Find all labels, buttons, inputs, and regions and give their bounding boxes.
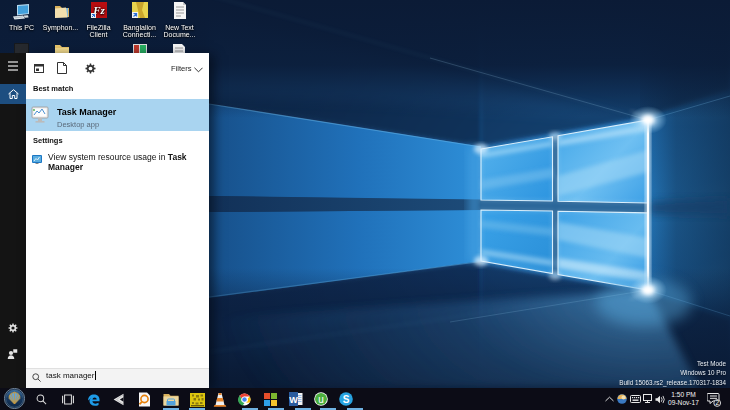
- svg-text:W: W: [289, 395, 298, 405]
- svg-text:09-Nov-17: 09-Nov-17: [668, 399, 699, 406]
- svg-text:1:50 PM: 1:50 PM: [671, 391, 696, 398]
- svg-text:u: u: [318, 394, 324, 405]
- svg-text:S: S: [343, 394, 350, 405]
- svg-text:2: 2: [715, 399, 719, 406]
